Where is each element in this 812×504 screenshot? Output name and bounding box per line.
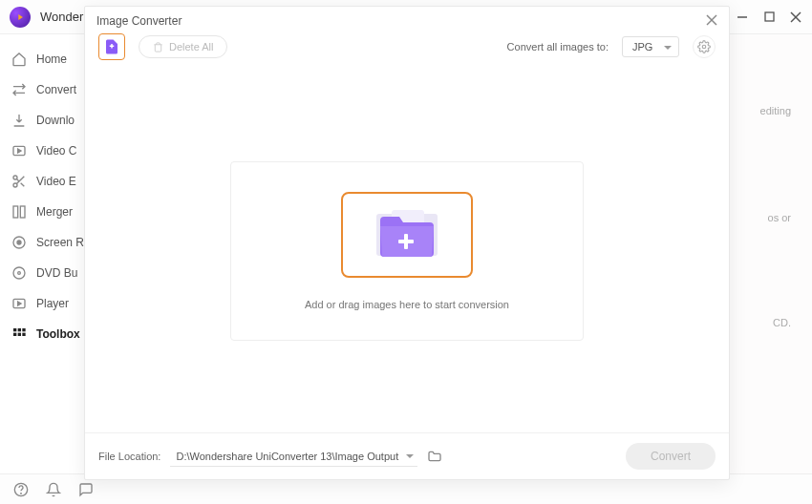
play-icon bbox=[11, 296, 27, 311]
add-images-button[interactable] bbox=[98, 33, 125, 60]
svg-point-15 bbox=[18, 272, 21, 275]
dropzone-text: Add or drag images here to start convers… bbox=[305, 299, 509, 310]
image-converter-dialog: Image Converter Delete All Convert all i… bbox=[84, 6, 730, 480]
delete-all-label: Delete All bbox=[169, 41, 213, 52]
background-text: CD. bbox=[773, 317, 791, 328]
svg-point-24 bbox=[21, 493, 22, 494]
dropzone-area: Add or drag images here to start convers… bbox=[85, 70, 729, 432]
svg-rect-10 bbox=[13, 206, 18, 218]
svg-point-14 bbox=[13, 267, 25, 279]
merger-icon bbox=[11, 204, 27, 220]
disc-icon bbox=[11, 265, 27, 281]
feedback-icon[interactable] bbox=[78, 482, 94, 497]
sidebar-item-label: Merger bbox=[36, 205, 73, 219]
download-icon bbox=[11, 113, 27, 128]
output-format-select[interactable]: JPG bbox=[622, 36, 679, 57]
maximize-button[interactable] bbox=[762, 10, 776, 24]
svg-rect-19 bbox=[22, 328, 25, 331]
add-folder-button[interactable] bbox=[341, 192, 473, 278]
svg-rect-32 bbox=[398, 240, 414, 243]
home-icon bbox=[11, 52, 27, 67]
window-controls bbox=[736, 10, 802, 24]
svg-rect-17 bbox=[13, 328, 16, 331]
scissors-icon bbox=[11, 174, 27, 189]
sidebar-item-label: Player bbox=[36, 297, 69, 310]
convert-button-label: Convert bbox=[651, 450, 691, 463]
app-logo bbox=[10, 7, 31, 28]
notification-icon[interactable] bbox=[46, 482, 61, 497]
file-location-label: File Location: bbox=[98, 451, 160, 462]
sidebar-item-label: Home bbox=[36, 52, 67, 66]
background-text: editing bbox=[760, 105, 791, 116]
svg-line-9 bbox=[16, 178, 19, 181]
trash-icon bbox=[153, 42, 163, 52]
minimize-button[interactable] bbox=[736, 10, 749, 24]
folder-plus-icon bbox=[376, 211, 438, 259]
sidebar-item-label: Toolbox bbox=[36, 327, 80, 341]
svg-rect-22 bbox=[22, 333, 25, 336]
svg-rect-11 bbox=[20, 206, 25, 218]
svg-rect-20 bbox=[13, 333, 16, 336]
sidebar-item-label: Screen R bbox=[36, 236, 84, 249]
convert-button[interactable]: Convert bbox=[626, 443, 716, 470]
record-icon bbox=[11, 235, 27, 250]
dialog-toolbar: Delete All Convert all images to: JPG bbox=[85, 30, 729, 70]
help-icon[interactable] bbox=[13, 482, 29, 497]
close-button[interactable] bbox=[789, 10, 802, 24]
file-location-value: D:\Wondershare UniConverter 13\Image Out… bbox=[176, 451, 398, 462]
convert-icon bbox=[11, 82, 27, 97]
file-location-select[interactable]: D:\Wondershare UniConverter 13\Image Out… bbox=[170, 447, 417, 467]
svg-point-5 bbox=[13, 176, 17, 179]
dialog-close-button[interactable] bbox=[704, 12, 719, 28]
app-title: Wonder bbox=[40, 10, 83, 24]
svg-rect-1 bbox=[765, 12, 774, 21]
sidebar-item-label: Downlo bbox=[36, 114, 75, 127]
sidebar-item-label: Convert bbox=[36, 83, 76, 96]
output-format-value: JPG bbox=[632, 41, 652, 52]
dialog-footer: File Location: D:\Wondershare UniConvert… bbox=[85, 432, 729, 479]
sidebar-item-label: Video C bbox=[36, 144, 76, 158]
background-text: os or bbox=[768, 212, 791, 223]
svg-point-6 bbox=[13, 183, 17, 187]
sidebar-item-label: Video E bbox=[36, 175, 76, 188]
video-compress-icon bbox=[11, 143, 27, 158]
svg-line-8 bbox=[21, 183, 25, 187]
svg-point-27 bbox=[702, 45, 706, 49]
delete-all-button[interactable]: Delete All bbox=[139, 35, 227, 58]
toolbox-icon bbox=[11, 326, 27, 342]
dropzone[interactable]: Add or drag images here to start convers… bbox=[230, 161, 584, 341]
svg-rect-21 bbox=[18, 333, 21, 336]
svg-point-13 bbox=[17, 241, 21, 244]
sidebar-item-label: DVD Bu bbox=[36, 266, 77, 280]
svg-rect-18 bbox=[18, 328, 21, 331]
convert-all-label: Convert all images to: bbox=[507, 41, 609, 52]
dialog-title: Image Converter bbox=[85, 7, 729, 30]
settings-round-button[interactable] bbox=[693, 35, 716, 58]
open-folder-button[interactable] bbox=[427, 449, 442, 464]
